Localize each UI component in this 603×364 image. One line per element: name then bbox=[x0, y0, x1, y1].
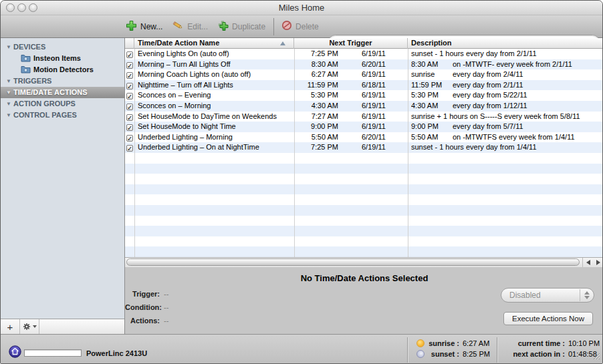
action-name: Set HouseMode to DayTime on Weekends bbox=[138, 112, 293, 122]
row-checkbox[interactable]: ✓ bbox=[126, 135, 133, 142]
action-name: Morning – Turn All Lights Off bbox=[138, 59, 293, 70]
header-description-column[interactable]: Description bbox=[408, 38, 603, 49]
action-description: sunset - 1 hours every day from 1/4/11 bbox=[411, 142, 603, 153]
action-description: sunset - 1 hours every day from 2/1/11 bbox=[411, 49, 603, 59]
action-description: 9:00 PMevery day from 5/7/11 bbox=[411, 122, 603, 132]
table-filler-row bbox=[125, 246, 603, 257]
table-row[interactable]: ✓Sconces on – Morning4:30 AM6/19/114:30 … bbox=[125, 101, 603, 112]
next-trigger-cell: 4:30 AM6/19/11 bbox=[294, 101, 408, 112]
action-description: 5:50 AMon -MTWTFS every week from 1/4/11 bbox=[411, 132, 603, 143]
add-button[interactable]: + bbox=[1, 319, 20, 334]
sunset-icon bbox=[416, 350, 425, 358]
delete-button[interactable]: Delete bbox=[281, 20, 319, 33]
gear-menu-button[interactable] bbox=[20, 319, 39, 334]
disclosure-triangle-icon[interactable]: ▼ bbox=[6, 75, 13, 87]
interface-status: PowerLinc 2413U bbox=[9, 345, 147, 361]
stepper-arrows-icon bbox=[580, 289, 593, 301]
edit-button[interactable]: Edit... bbox=[172, 20, 208, 33]
action-description: sunrise + 1 hours on S-----S every week … bbox=[411, 112, 603, 122]
sun-times-group: sunrise : 6:27 AM sunset : 8:25 PM bbox=[416, 338, 490, 359]
next-action-label: next action in : bbox=[503, 349, 565, 359]
title-bar[interactable]: Miles Home bbox=[1, 1, 602, 15]
toolbar: New... Edit... Duplicate Delete bbox=[1, 15, 602, 38]
table-row[interactable]: ✓Underbed Lighting – Morning5:50 AM6/20/… bbox=[125, 132, 603, 143]
row-checkbox[interactable]: ✓ bbox=[126, 114, 133, 121]
table-filler-row bbox=[125, 226, 603, 236]
table-row[interactable]: ✓Morning – Turn All Lights Off8:30 AM6/2… bbox=[125, 59, 603, 70]
disclosure-triangle-icon[interactable]: ▼ bbox=[6, 87, 13, 98]
plus-icon bbox=[126, 20, 137, 33]
header-next-trigger-column[interactable]: Next Trigger bbox=[294, 38, 408, 49]
new-button[interactable]: New... bbox=[126, 20, 162, 33]
table-row[interactable]: ✓Set HouseMode to Night Time9:00 PM6/19/… bbox=[125, 122, 603, 132]
action-name: Underbed Lighting – Morning bbox=[138, 132, 293, 143]
sidebar-item-label: CONTROL PAGES bbox=[13, 111, 77, 119]
sidebar-item-motion-detectors[interactable]: Motion Detectors bbox=[1, 64, 124, 75]
horizontal-scrollbar[interactable] bbox=[125, 257, 603, 267]
table-header: Time/Date Action Name Next Trigger Descr… bbox=[125, 38, 603, 49]
interface-name: PowerLinc 2413U bbox=[86, 349, 147, 357]
row-checkbox[interactable]: ✓ bbox=[126, 124, 133, 131]
actions-table: Time/Date Action Name Next Trigger Descr… bbox=[125, 38, 603, 267]
current-time-value: 10:10 PM bbox=[568, 338, 600, 349]
table-row[interactable]: ✓Set HouseMode to DayTime on Weekends7:2… bbox=[125, 112, 603, 122]
execute-actions-button[interactable]: Execute Actions Now bbox=[503, 312, 593, 325]
next-trigger-cell: 6:27 AM6/19/11 bbox=[294, 69, 408, 80]
disclosure-triangle-icon[interactable]: ▼ bbox=[6, 110, 13, 121]
action-description: sunriseevery day from 2/4/11 bbox=[411, 69, 603, 80]
condition-field: Condition:-- bbox=[125, 303, 168, 312]
sidebar-item-control-pages[interactable]: ▼CONTROL PAGES bbox=[1, 110, 124, 121]
sidebar-item-time-date-actions[interactable]: ▼TIME/DATE ACTIONS bbox=[1, 87, 124, 98]
table-row[interactable]: ✓Nighttime – Turn off All Lights11:59 PM… bbox=[125, 80, 603, 91]
resize-grip-icon[interactable] bbox=[592, 351, 600, 363]
scroll-right-button[interactable] bbox=[593, 258, 603, 267]
action-description: 8:30 AMon -MTWTF- every week from 2/1/11 bbox=[411, 59, 603, 70]
table-row[interactable]: ✓Evening Lights On (auto off)7:25 PM6/19… bbox=[125, 49, 603, 59]
row-checkbox[interactable]: ✓ bbox=[126, 51, 133, 58]
row-checkbox[interactable]: ✓ bbox=[126, 93, 133, 100]
table-row[interactable]: ✓Underbed Lighting – On at NightTime7:25… bbox=[125, 142, 603, 153]
row-checkbox[interactable]: ✓ bbox=[126, 83, 133, 89]
statusbar-divider bbox=[497, 337, 497, 363]
next-trigger-cell: 7:25 PM6/19/11 bbox=[294, 142, 408, 153]
table-row[interactable]: ✓Sconces on – Evening5:30 PM6/19/115:30 … bbox=[125, 90, 603, 101]
chevron-down-icon bbox=[33, 325, 37, 328]
table-filler-row bbox=[125, 205, 603, 216]
row-checkbox[interactable]: ✓ bbox=[126, 145, 133, 152]
sunrise-icon bbox=[416, 339, 425, 347]
time-status-group: current time : 10:10 PM next action in :… bbox=[503, 338, 600, 359]
sidebar-item-label: DEVICES bbox=[13, 43, 45, 51]
row-checkbox[interactable]: ✓ bbox=[126, 72, 133, 79]
sidebar: ▼DEVICESInsteon ItemsMotion Detectors▼TR… bbox=[1, 38, 125, 334]
state-dropdown[interactable]: Disabled bbox=[501, 288, 594, 303]
disclosure-triangle-icon[interactable]: ▼ bbox=[6, 98, 13, 110]
header-name-column[interactable]: Time/Date Action Name bbox=[134, 38, 294, 49]
row-checkbox[interactable]: ✓ bbox=[126, 104, 133, 110]
interface-progress-bar bbox=[24, 349, 82, 357]
next-trigger-cell: 7:25 PM6/19/11 bbox=[294, 49, 408, 59]
sunrise-label: sunrise : bbox=[427, 338, 459, 349]
column-divider bbox=[294, 49, 295, 257]
action-description: 11:59 PMevery day from 2/1/11 bbox=[411, 80, 603, 91]
table-filler-row bbox=[125, 236, 603, 247]
disclosure-triangle-icon[interactable]: ▼ bbox=[6, 41, 13, 53]
next-trigger-cell: 11:59 PM6/18/11 bbox=[294, 80, 408, 91]
table-row[interactable]: ✓Morning Coach Lights on (auto off)6:27 … bbox=[125, 69, 603, 80]
scroll-left-button[interactable] bbox=[582, 258, 593, 267]
header-checkbox-column[interactable] bbox=[125, 38, 134, 49]
sort-ascending-icon bbox=[280, 41, 285, 45]
row-checkbox[interactable]: ✓ bbox=[126, 62, 133, 69]
sidebar-item-action-groups[interactable]: ▼ACTION GROUPS bbox=[1, 98, 124, 110]
column-divider bbox=[134, 49, 135, 257]
no-selection-message: No Time/Date Actions Selected bbox=[125, 273, 603, 283]
next-trigger-cell: 7:27 AM6/19/11 bbox=[294, 112, 408, 122]
home-icon bbox=[9, 345, 21, 361]
action-name: Sconces on – Morning bbox=[138, 101, 293, 112]
sidebar-item-label: Insteon Items bbox=[33, 54, 81, 62]
duplicate-button[interactable]: Duplicate bbox=[217, 20, 265, 33]
scrollbar-thumb[interactable] bbox=[126, 258, 580, 266]
sidebar-item-triggers[interactable]: ▼TRIGGERS bbox=[1, 75, 124, 87]
sidebar-item-insteon-items[interactable]: Insteon Items bbox=[1, 53, 124, 64]
sidebar-item-devices[interactable]: ▼DEVICES bbox=[1, 41, 124, 53]
action-name: Sconces on – Evening bbox=[138, 90, 293, 101]
